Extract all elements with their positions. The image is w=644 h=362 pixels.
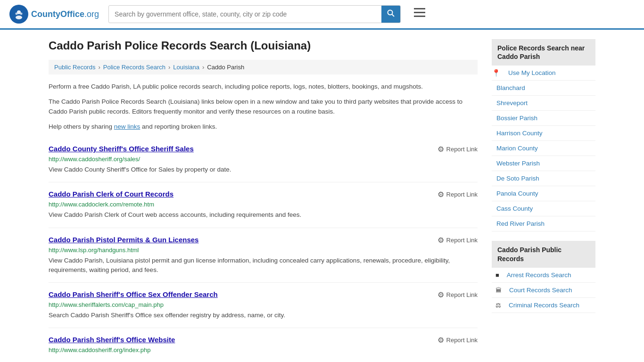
link-arrest-records[interactable]: Arrest Records Search — [502, 268, 576, 282]
svg-point-4 — [20, 13, 23, 15]
svg-rect-8 — [414, 12, 425, 13]
svg-point-2 — [16, 16, 22, 19]
result-url-2[interactable]: http://www.caddoclerk.com/remote.htm — [49, 201, 478, 208]
desc-para-3: Help others by sharing new links and rep… — [49, 122, 478, 132]
search-button[interactable] — [381, 6, 400, 23]
results-list: Caddo County Sheriff's Office Sheriff Sa… — [49, 137, 478, 362]
sidebar-link-desoto[interactable]: De Soto Parish — [492, 171, 595, 186]
search-input[interactable] — [109, 7, 381, 22]
sidebar-criminal-records[interactable]: ⚖ Criminal Records Search — [492, 298, 595, 313]
sidebar-section-2-title: Caddo Parish Public Records — [492, 241, 595, 267]
sidebar-link-panola[interactable]: Panola County — [492, 186, 595, 201]
sidebar-link-cass[interactable]: Cass County — [492, 201, 595, 216]
link-red-river-parish[interactable]: Red River Parish — [492, 216, 595, 231]
report-link-4[interactable]: ⚙ Report Link — [438, 290, 478, 299]
result-title-5[interactable]: Caddo Parish Sheriff's Office Website — [49, 336, 175, 344]
link-blanchard[interactable]: Blanchard — [492, 81, 595, 95]
arrest-records-icon: ■ — [492, 272, 499, 279]
result-desc-1: View Caddo County Sheriff's Office for S… — [49, 165, 478, 174]
criminal-records-icon: ⚖ — [492, 302, 501, 309]
hamburger-icon — [414, 8, 425, 17]
sidebar-location-item[interactable]: 📍 Use My Location — [492, 66, 595, 81]
svg-point-5 — [388, 10, 393, 15]
logo-link[interactable]: CountyOffice.org — [9, 5, 99, 24]
result-desc-2: View Caddo Parish Clerk of Court web acc… — [49, 210, 478, 220]
report-icon-5: ⚙ — [438, 336, 444, 345]
breadcrumb-sep-3: › — [202, 64, 204, 71]
sidebar-link-webster[interactable]: Webster Parish — [492, 156, 595, 171]
result-item-4: Caddo Parish Sheriff's Office Sex Offend… — [49, 283, 478, 328]
report-icon-2: ⚙ — [438, 190, 444, 199]
sidebar-link-shreveport[interactable]: Shreveport — [492, 96, 595, 111]
sidebar-link-harrison[interactable]: Harrison County — [492, 126, 595, 141]
result-title-3[interactable]: Caddo Parish Pistol Permits & Gun Licens… — [49, 236, 198, 244]
sidebar-nearby-list: 📍 Use My Location Blanchard Shreveport B… — [492, 66, 595, 231]
location-pin-icon: 📍 — [492, 69, 501, 77]
link-de-soto-parish[interactable]: De Soto Parish — [492, 171, 595, 186]
new-links-link[interactable]: new links — [114, 123, 140, 130]
link-panola-county[interactable]: Panola County — [492, 186, 595, 201]
logo-ext: .org — [84, 9, 99, 19]
report-icon-4: ⚙ — [438, 290, 444, 299]
link-harrison-county[interactable]: Harrison County — [492, 126, 595, 140]
report-link-1[interactable]: ⚙ Report Link — [438, 145, 478, 154]
result-url-5[interactable]: http://www.caddosheriff.org/index.php — [49, 346, 478, 354]
report-label-3: Report Link — [446, 237, 478, 244]
result-url-4[interactable]: http://www.sheriffalerts.com/cap_main.ph… — [49, 301, 478, 308]
link-court-records[interactable]: Court Records Search — [504, 283, 577, 297]
report-icon-3: ⚙ — [438, 236, 444, 245]
result-url-1[interactable]: http://www.caddosheriff.org/sales/ — [49, 156, 478, 163]
link-cass-county[interactable]: Cass County — [492, 201, 595, 216]
link-criminal-records[interactable]: Criminal Records Search — [504, 298, 584, 313]
result-title-1[interactable]: Caddo County Sheriff's Office Sheriff Sa… — [49, 145, 194, 153]
logo-name: CountyOffice — [31, 9, 84, 19]
result-desc-4: Search Caddo Parish Sheriff's Office sex… — [49, 311, 478, 320]
report-label-4: Report Link — [446, 291, 478, 298]
breadcrumb-sep-2: › — [168, 64, 170, 71]
link-shreveport[interactable]: Shreveport — [492, 96, 595, 110]
sidebar-records-list: ■ Arrest Records Search 🏛 Court Records … — [492, 268, 595, 313]
report-link-5[interactable]: ⚙ Report Link — [438, 336, 478, 345]
link-bossier-parish[interactable]: Bossier Parish — [492, 111, 595, 125]
use-my-location-link[interactable]: Use My Location — [504, 66, 561, 80]
result-item-3: Caddo Parish Pistol Permits & Gun Licens… — [49, 228, 478, 283]
menu-button[interactable] — [410, 6, 429, 22]
report-label-5: Report Link — [446, 337, 478, 344]
sidebar-court-records[interactable]: 🏛 Court Records Search — [492, 283, 595, 298]
report-label-2: Report Link — [446, 191, 478, 198]
result-item-5: Caddo Parish Sheriff's Office Website ⚙ … — [49, 328, 478, 362]
breadcrumb-public-records[interactable]: Public Records — [54, 64, 95, 71]
result-url-3[interactable]: http://www.lsp.org/handguns.html — [49, 247, 478, 254]
result-title-2[interactable]: Caddo Parish Clerk of Court Records — [49, 190, 173, 198]
search-area — [108, 5, 401, 23]
breadcrumb-louisiana[interactable]: Louisiana — [173, 64, 199, 71]
logo-icon — [9, 5, 28, 24]
content-area: Caddo Parish Police Records Search (Loui… — [49, 39, 478, 362]
breadcrumb-current: Caddo Parish — [207, 64, 244, 71]
sidebar-link-red-river[interactable]: Red River Parish — [492, 216, 595, 231]
sidebar-arrest-records[interactable]: ■ Arrest Records Search — [492, 268, 595, 283]
svg-rect-7 — [414, 8, 425, 9]
svg-rect-9 — [414, 16, 425, 17]
page-title: Caddo Parish Police Records Search (Loui… — [49, 39, 478, 52]
desc-para-1: Perform a free Caddo Parish, LA public p… — [49, 82, 478, 91]
link-webster-parish[interactable]: Webster Parish — [492, 156, 595, 171]
report-link-2[interactable]: ⚙ Report Link — [438, 190, 478, 199]
svg-line-6 — [392, 15, 395, 17]
sidebar-link-bossier[interactable]: Bossier Parish — [492, 111, 595, 126]
result-item-1: Caddo County Sheriff's Office Sheriff Sa… — [49, 137, 478, 182]
sidebar-link-marion[interactable]: Marion County — [492, 141, 595, 156]
sidebar-section-1-title: Police Records Search near Caddo Parish — [492, 39, 595, 66]
main-layout: Caddo Parish Police Records Search (Loui… — [39, 30, 605, 362]
logo-text: CountyOffice.org — [31, 9, 99, 19]
result-title-4[interactable]: Caddo Parish Sheriff's Office Sex Offend… — [49, 290, 218, 298]
breadcrumb: Public Records › Police Records Search ›… — [49, 60, 478, 74]
link-marion-county[interactable]: Marion County — [492, 141, 595, 156]
report-link-3[interactable]: ⚙ Report Link — [438, 236, 478, 245]
report-icon-1: ⚙ — [438, 145, 444, 154]
header: CountyOffice.org — [0, 0, 644, 30]
sidebar-link-blanchard[interactable]: Blanchard — [492, 81, 595, 96]
breadcrumb-police-records[interactable]: Police Records Search — [103, 64, 165, 71]
search-icon — [387, 9, 395, 17]
breadcrumb-sep-1: › — [98, 64, 100, 71]
